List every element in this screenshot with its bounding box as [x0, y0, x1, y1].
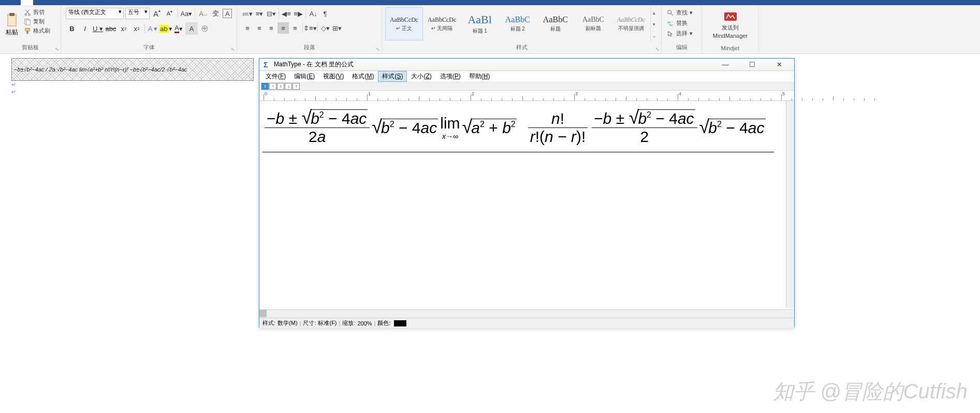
- paste-button[interactable]: 粘贴: [2, 6, 22, 42]
- strike-button[interactable]: abc: [105, 22, 117, 35]
- bullets-button[interactable]: ≔▾: [242, 8, 253, 19]
- phonetic-button[interactable]: 变: [210, 8, 221, 19]
- paragraph-mark-icon: ↵: [11, 81, 16, 88]
- mt-menu-选项[interactable]: 选项(P): [436, 71, 465, 82]
- paragraph-launcher-icon[interactable]: ⤡: [376, 47, 380, 52]
- indent-inc-button[interactable]: ≡▶: [292, 8, 304, 19]
- bold-button[interactable]: B: [66, 22, 78, 35]
- cut-button[interactable]: 剪切: [23, 8, 51, 17]
- styles-scroll[interactable]: ▴▾⌄: [650, 7, 658, 41]
- select-button[interactable]: 选择 ▾: [666, 29, 697, 38]
- style-item-4[interactable]: AaBbC标题: [536, 7, 574, 40]
- style-item-5[interactable]: AaBbC副标题: [574, 7, 612, 40]
- copy-button[interactable]: 复制: [23, 17, 51, 26]
- ruler-mark: 0: [265, 91, 267, 96]
- toolbar-align-button[interactable]: ↓: [285, 83, 292, 90]
- selected-equation-object[interactable]: −b±√b²−4ac / 2a √b²−4ac lim√a²+b² n!/r!(…: [11, 58, 254, 81]
- styles-launcher-icon[interactable]: ⤡: [655, 47, 660, 52]
- toolbar-align-button[interactable]: ↑: [269, 83, 276, 90]
- status-size-value[interactable]: 标准(F): [318, 319, 337, 327]
- numbering-button[interactable]: ≡▾: [254, 8, 265, 19]
- superscript-button[interactable]: x2: [130, 22, 143, 35]
- multilevel-button[interactable]: ⊟▾: [266, 8, 277, 19]
- subscript-button[interactable]: x2: [118, 22, 130, 35]
- qat-marker: [21, 0, 33, 5]
- status-color-swatch[interactable]: [394, 320, 406, 326]
- group-styles: AaBbCcDc↵ 正文AaBbCcDc↵ 无间隔AaBl标题 1AaBbC标题…: [382, 5, 662, 53]
- mt-menu-编辑[interactable]: 编辑(E): [290, 71, 319, 82]
- status-zoom-label: 缩放:: [342, 319, 355, 327]
- borders-button[interactable]: ⊞▾: [331, 22, 343, 34]
- status-size-label: 尺寸:: [303, 319, 316, 327]
- mt-menu-样式[interactable]: 样式(S): [378, 71, 407, 82]
- grow-font-button[interactable]: A▴: [151, 8, 162, 19]
- status-style-value[interactable]: 数学(M): [277, 319, 298, 327]
- replace-button[interactable]: abac替换: [666, 18, 697, 28]
- style-item-0[interactable]: AaBbCcDc↵ 正文: [385, 7, 423, 40]
- scrollbar-thumb[interactable]: [259, 310, 267, 317]
- watermark: 知乎 @冒险的Cutfish: [773, 377, 968, 406]
- mt-menu-大小[interactable]: 大小(Z): [407, 71, 435, 82]
- mt-menu-格式[interactable]: 格式(M): [348, 71, 378, 82]
- mathtype-titlebar[interactable]: Σ MathType - 在 文档 里的公式 — ☐ ✕: [259, 59, 794, 71]
- toolbar-tabstop-button[interactable]: t: [261, 83, 269, 90]
- equation-content[interactable]: −b ± √b2 − 4ac 2a √b2 − 4ac lim x→∞ √a2 …: [262, 109, 774, 152]
- style-item-2[interactable]: AaBl标题 1: [461, 7, 499, 40]
- show-marks-button[interactable]: ¶: [319, 8, 331, 19]
- style-item-1[interactable]: AaBbCcDc↵ 无间隔: [423, 7, 461, 40]
- font-size-select[interactable]: 五号▾: [125, 8, 150, 19]
- minimize-button[interactable]: —: [713, 59, 737, 70]
- mt-menu-帮助[interactable]: 帮助(H): [465, 71, 494, 82]
- toolbar-align-button[interactable]: ↕: [277, 83, 284, 90]
- justify-button[interactable]: ≡: [277, 22, 289, 34]
- clipboard-launcher-icon[interactable]: ⤡: [55, 47, 59, 52]
- ruler-mark: 5: [782, 91, 785, 96]
- font-launcher-icon[interactable]: ⤡: [231, 47, 235, 52]
- align-center-button[interactable]: ≡: [254, 22, 265, 34]
- shading-button[interactable]: ◇▾: [319, 22, 331, 34]
- close-button[interactable]: ✕: [767, 59, 791, 70]
- maximize-button[interactable]: ☐: [740, 59, 764, 70]
- font-name-select[interactable]: 等线 (西文正文▾: [66, 8, 124, 19]
- underline-button[interactable]: U ▾: [92, 22, 104, 35]
- char-shading-button[interactable]: A: [185, 22, 198, 35]
- align-right-button[interactable]: ≡: [266, 22, 277, 34]
- mathtype-canvas[interactable]: −b ± √b2 − 4ac 2a √b2 − 4ac lim x→∞ √a2 …: [259, 101, 794, 309]
- status-zoom-value[interactable]: 200%: [357, 320, 372, 326]
- indent-dec-button[interactable]: ◀≡: [281, 8, 292, 19]
- mathtype-ruler[interactable]: 012345: [259, 91, 794, 101]
- toolbar-align-button[interactable]: ↑: [292, 83, 300, 90]
- highlight-button[interactable]: ab▾: [159, 22, 172, 35]
- char-border-button[interactable]: A: [223, 9, 232, 18]
- find-button[interactable]: 查找 ▾: [666, 8, 697, 18]
- vertical-scrollbar[interactable]: [786, 101, 794, 308]
- svg-text:Σ: Σ: [264, 61, 268, 69]
- mt-menu-文件[interactable]: 文件(F): [261, 71, 290, 82]
- horizontal-scrollbar[interactable]: [259, 309, 794, 318]
- group-clipboard: 粘贴 剪切 复制 格式刷 剪贴板 ⤡: [0, 5, 61, 53]
- document-content: −b±√b²−4ac / 2a √b²−4ac lim√a²+b² n!/r!(…: [11, 58, 255, 95]
- shrink-font-button[interactable]: A▾: [164, 8, 175, 19]
- font-color-button[interactable]: A▾: [172, 22, 185, 35]
- style-item-6[interactable]: AaBbCcDc不明显强调: [612, 7, 650, 40]
- align-left-button[interactable]: ≡: [242, 22, 253, 34]
- mt-menu-视图[interactable]: 视图(V): [319, 71, 348, 82]
- svg-rect-12: [724, 12, 737, 21]
- sort-button[interactable]: A↓: [308, 8, 319, 19]
- ruler-mark: 3: [575, 91, 578, 96]
- svg-rect-6: [26, 20, 30, 25]
- style-item-3[interactable]: AaBbC标题 2: [499, 7, 536, 40]
- italic-button[interactable]: I: [79, 22, 91, 35]
- send-to-mindmanager-button[interactable]: 发送到 MindManager: [704, 6, 756, 42]
- line-spacing-button[interactable]: ⇕≡▾: [304, 22, 316, 34]
- text-effects-button[interactable]: A ▾: [147, 22, 159, 35]
- enclose-button[interactable]: ㊥: [198, 22, 211, 35]
- status-color-label: 颜色:: [377, 319, 390, 327]
- paragraph-mark-icon: ↵: [11, 89, 16, 95]
- clear-format-button[interactable]: A◡: [198, 8, 209, 19]
- change-case-button[interactable]: Aa ▾: [181, 8, 192, 19]
- svg-point-9: [668, 10, 671, 13]
- mathtype-statusbar: 样式: 数学(M) | 尺寸: 标准(F) | 缩放: 200% | 颜色:: [259, 318, 794, 328]
- format-painter-button[interactable]: 格式刷: [23, 26, 51, 35]
- distribute-button[interactable]: ≡: [289, 22, 301, 34]
